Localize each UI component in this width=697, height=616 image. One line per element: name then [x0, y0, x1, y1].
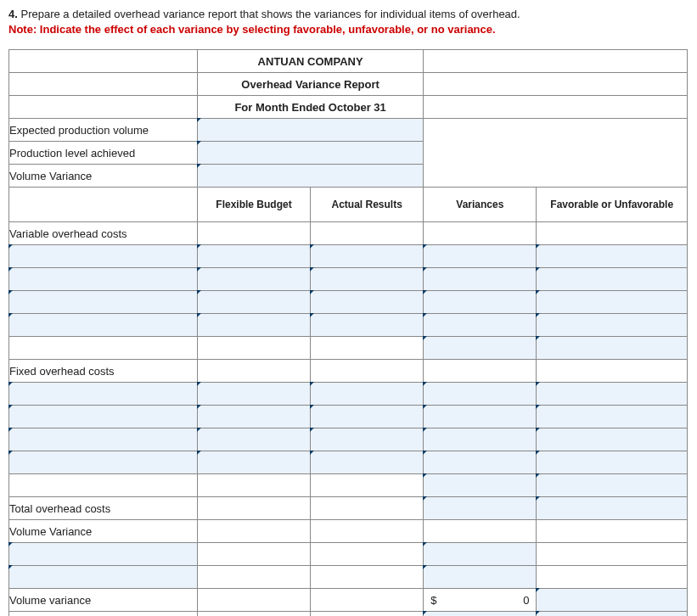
var-row3-fb[interactable] — [197, 291, 310, 314]
fix-row4-fu[interactable] — [537, 451, 688, 474]
vol-var-currency: $ — [430, 594, 436, 607]
var-row2-label[interactable] — [9, 268, 198, 291]
vv-row2-var[interactable] — [424, 566, 537, 589]
question-number: 4. — [8, 8, 18, 20]
var-row2-ar[interactable] — [311, 268, 424, 291]
fix-row1-ar[interactable] — [311, 383, 424, 406]
var-row1-label[interactable] — [9, 245, 198, 268]
total-oh-fu[interactable] — [537, 497, 688, 520]
fix-row1-label[interactable] — [9, 383, 198, 406]
fix-row3-var[interactable] — [424, 428, 537, 451]
fix-row2-fb[interactable] — [197, 406, 310, 428]
fix-row2-var[interactable] — [424, 406, 537, 428]
fc-h-c1 — [197, 360, 310, 383]
col-actual-results: Actual Results — [311, 188, 424, 222]
fix-row4-fb[interactable] — [197, 451, 310, 474]
var-row1-var[interactable] — [424, 245, 537, 268]
var-row4-fb[interactable] — [197, 314, 310, 337]
var-row3-label[interactable] — [9, 291, 198, 314]
vv-row2-label[interactable] — [9, 566, 198, 589]
total-oh-ar — [311, 497, 424, 520]
fc-h-c2 — [311, 360, 424, 383]
var-subtotal-fu[interactable] — [537, 337, 688, 360]
var-row4-ar[interactable] — [311, 314, 424, 337]
var-row3-ar[interactable] — [311, 291, 424, 314]
company-name: ANTUAN COMPANY — [197, 50, 423, 73]
vv-sec-c3 — [424, 520, 537, 543]
var-row4-fu[interactable] — [537, 314, 688, 337]
hdr-blank-r1 — [424, 50, 688, 73]
question-body: Prepare a detailed overhead variance rep… — [20, 8, 520, 20]
fix-row4-label[interactable] — [9, 451, 198, 474]
vv-sec-c2 — [311, 520, 424, 543]
variable-oh-label: Variable overhead costs — [9, 222, 198, 245]
var-row2-fb[interactable] — [197, 268, 310, 291]
var-subtotal-var[interactable] — [424, 337, 537, 360]
vol-var-row-label: Volume variance — [9, 589, 198, 612]
vv-sec-c4 — [537, 520, 688, 543]
fix-row3-fu[interactable] — [537, 428, 688, 451]
fix-subtotal-fb — [197, 474, 310, 497]
var-row4-var[interactable] — [424, 314, 537, 337]
expected-prod-label: Expected production volume — [9, 119, 198, 142]
blank-r5 — [424, 142, 688, 165]
prod-level-label: Production level achieved — [9, 142, 198, 165]
vc-h-c4 — [537, 222, 688, 245]
vc-h-c3 — [424, 222, 537, 245]
fix-row1-fu[interactable] — [537, 383, 688, 406]
variance-report-table: ANTUAN COMPANY Overhead Variance Report … — [8, 49, 688, 616]
total-oh-var[interactable] — [424, 497, 537, 520]
vol-var-fu[interactable] — [537, 589, 688, 612]
prod-level-input[interactable] — [197, 142, 423, 165]
var-row2-fu[interactable] — [537, 268, 688, 291]
colhdr-blank — [9, 188, 198, 222]
var-row2-var[interactable] — [424, 268, 537, 291]
vv-sec-c1 — [197, 520, 310, 543]
vc-h-c1 — [197, 222, 310, 245]
total-var-fu[interactable] — [537, 612, 688, 616]
vol-var-section-label: Volume Variance — [9, 520, 198, 543]
fix-row1-var[interactable] — [424, 383, 537, 406]
vv-row1-fb — [197, 543, 310, 566]
fix-row2-label[interactable] — [9, 406, 198, 428]
fix-row3-ar[interactable] — [311, 428, 424, 451]
var-row1-fb[interactable] — [197, 245, 310, 268]
fix-row4-ar[interactable] — [311, 451, 424, 474]
blank-r4 — [424, 119, 688, 142]
var-row3-fu[interactable] — [537, 291, 688, 314]
fix-row1-fb[interactable] — [197, 383, 310, 406]
fix-subtotal-var[interactable] — [424, 474, 537, 497]
col-fav-unfav: Favorable or Unfavorable — [537, 188, 688, 222]
vv-row1-label[interactable] — [9, 543, 198, 566]
var-row4-label[interactable] — [9, 314, 198, 337]
var-row3-var[interactable] — [424, 291, 537, 314]
fix-row3-fb[interactable] — [197, 428, 310, 451]
var-row1-fu[interactable] — [537, 245, 688, 268]
total-var-ar — [311, 612, 424, 616]
fix-row2-ar[interactable] — [311, 406, 424, 428]
total-var-var[interactable] — [424, 612, 537, 616]
var-row1-ar[interactable] — [311, 245, 424, 268]
total-var-fb — [197, 612, 310, 616]
fc-h-c4 — [537, 360, 688, 383]
blank-r6 — [424, 165, 688, 188]
fix-row4-var[interactable] — [424, 451, 537, 474]
hdr-blank-r2 — [424, 73, 688, 96]
question-note: Note: Indicate the effect of each varian… — [8, 23, 496, 36]
vol-var-amount: 0 — [523, 594, 529, 607]
var-subtotal-label — [9, 337, 198, 360]
volume-variance-top-input[interactable] — [197, 165, 423, 188]
volume-variance-top-label: Volume Variance — [9, 165, 198, 188]
vc-h-c2 — [311, 222, 424, 245]
total-var-label: Total overhead variance — [9, 612, 198, 616]
col-flexible-budget: Flexible Budget — [197, 188, 310, 222]
fix-subtotal-fu[interactable] — [537, 474, 688, 497]
fix-row3-label[interactable] — [9, 428, 198, 451]
fix-row2-fu[interactable] — [537, 406, 688, 428]
total-oh-fb — [197, 497, 310, 520]
hdr-blank-2 — [9, 73, 198, 96]
vv-row1-fu — [537, 543, 688, 566]
fc-h-c3 — [424, 360, 537, 383]
expected-prod-input[interactable] — [197, 119, 423, 142]
vv-row1-var[interactable] — [424, 543, 537, 566]
